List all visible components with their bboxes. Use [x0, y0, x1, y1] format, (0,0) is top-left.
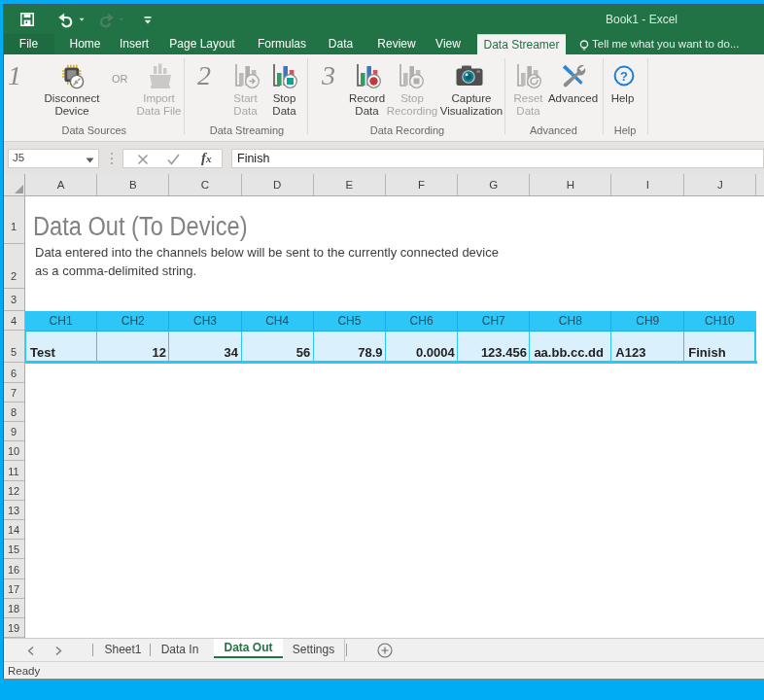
svg-text:?: ? — [620, 69, 628, 84]
